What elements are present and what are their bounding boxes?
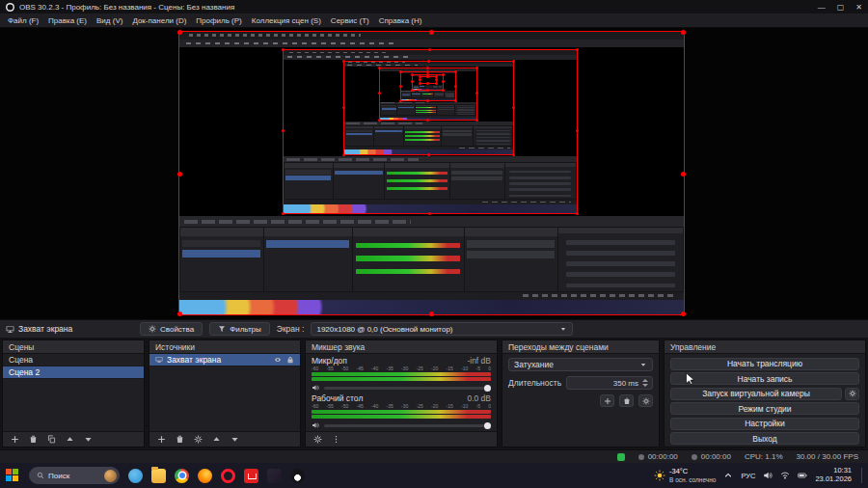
transition-select[interactable]: Затухание [508,358,653,371]
source-up-button[interactable] [211,434,222,445]
screen-capture-source[interactable] [178,31,686,315]
transition-properties-button[interactable] [638,394,653,407]
file-explorer-icon[interactable] [151,469,166,483]
visibility-eye-icon[interactable] [274,356,282,364]
shop-app-icon[interactable] [244,469,258,483]
chrome-icon[interactable] [175,469,189,483]
selection-handle[interactable] [399,85,402,88]
selection-handle[interactable] [399,99,402,102]
selection-handle[interactable] [419,78,421,81]
remove-source-button[interactable] [175,434,185,445]
screen-select-dropdown[interactable]: 1920x1080 @ 0,0 (Основной монитор) [311,322,573,336]
wifi-icon[interactable] [780,471,790,480]
language-indicator[interactable]: РУС [741,472,755,480]
exit-button[interactable]: Выход [670,432,859,445]
mixer-dock-header[interactable]: Микшер звука [306,340,497,354]
scene-down-button[interactable] [83,434,94,445]
scene-up-button[interactable] [65,434,75,445]
selection-handle[interactable] [512,106,515,109]
selection-handle[interactable] [177,172,182,176]
menu-view[interactable]: Вид (V) [92,15,127,26]
selection-handle[interactable] [426,75,429,78]
weather-widget[interactable]: -34°C В осн. солнечно [654,468,716,482]
selection-handle[interactable] [177,312,182,316]
duration-input[interactable]: 350 ms [566,376,653,390]
start-streaming-button[interactable]: Начать трансляцию [670,358,859,370]
tray-chevron-up-icon[interactable] [723,471,733,480]
spinner-arrows[interactable] [642,379,648,387]
volume-icon[interactable] [763,471,773,480]
selection-handle[interactable] [378,67,381,69]
selection-handle[interactable] [475,67,478,69]
close-button[interactable]: ✕ [855,3,862,12]
selection-handle[interactable] [426,67,429,69]
scenes-dock-header[interactable]: Сцены [3,340,144,354]
remove-scene-button[interactable] [28,434,39,445]
selection-handle[interactable] [681,30,686,35]
game-app-icon[interactable] [267,469,282,483]
volume-slider-knob[interactable] [484,422,491,429]
menu-profile[interactable]: Профиль (P) [191,15,246,26]
selection-handle[interactable] [429,312,434,316]
selection-handle[interactable] [442,80,445,83]
mixer-menu-button[interactable] [331,434,341,445]
scene-item-selected[interactable]: Сцена 2 [3,366,144,379]
virtual-camera-settings-button[interactable] [845,388,859,400]
maximize-button[interactable]: ▢ [837,3,845,12]
volume-slider[interactable] [324,387,491,390]
controls-dock-header[interactable]: Управление [665,340,865,354]
add-source-button[interactable] [156,434,167,445]
start-recording-button[interactable]: Начать запись [670,372,859,385]
selection-handle[interactable] [442,73,445,76]
selection-handle[interactable] [427,153,430,156]
selection-handle[interactable] [342,153,345,156]
source-down-button[interactable] [230,434,240,445]
firefox-icon[interactable] [198,469,212,483]
selection-handle[interactable] [428,212,431,215]
show-desktop-button[interactable] [861,468,862,483]
transitions-dock-header[interactable]: Переходы между сценами [502,340,659,354]
start-virtual-camera-button[interactable]: Запуск виртуальной камеры [670,388,842,400]
selection-handle[interactable] [177,30,182,35]
selection-handle[interactable] [681,312,686,316]
selection-handle[interactable] [282,212,285,215]
selection-handle[interactable] [282,48,285,51]
selection-handle[interactable] [576,48,579,51]
add-scene-button[interactable] [10,434,20,445]
selection-handle[interactable] [427,60,430,63]
battery-icon[interactable] [798,471,807,480]
scene-item[interactable]: Сцена [3,354,144,366]
menu-file[interactable]: Файл (F) [3,15,43,26]
menu-edit[interactable]: Правка (E) [43,15,92,26]
volume-slider[interactable] [324,424,491,427]
selection-handle[interactable] [428,48,431,51]
minimize-button[interactable]: — [818,3,826,12]
add-transition-button[interactable] [600,394,614,407]
messenger-app-icon[interactable] [128,469,143,483]
volume-slider-knob[interactable] [484,385,491,392]
selection-handle[interactable] [512,60,515,63]
start-button[interactable] [6,469,20,483]
selection-handle[interactable] [454,85,457,88]
menu-scene-collection[interactable]: Коллекция сцен (S) [247,15,326,26]
studio-mode-button[interactable]: Режим студии [670,402,859,415]
lock-icon[interactable] [286,356,294,364]
mixer-settings-button[interactable] [312,434,323,445]
selection-handle[interactable] [399,70,402,73]
selection-handle[interactable] [342,106,345,109]
selection-handle[interactable] [681,172,686,176]
taskbar-clock[interactable]: 10:31 23.01.2026 [815,467,852,483]
filters-button[interactable]: Фильтры [209,322,270,336]
preview-canvas[interactable] [0,28,868,319]
menu-tools[interactable]: Сервис (T) [326,15,374,26]
menu-help[interactable]: Справка (H) [374,15,427,26]
source-properties-button[interactable] [193,434,203,445]
taskbar-search[interactable]: Поиск [29,467,120,484]
menu-docks[interactable]: Док-панели (D) [127,15,191,26]
selection-handle[interactable] [411,73,414,76]
sources-dock-header[interactable]: Источники [149,340,300,354]
opera-icon[interactable] [221,469,235,483]
selection-handle[interactable] [426,89,429,92]
speaker-icon[interactable] [312,421,319,429]
selection-handle[interactable] [576,212,579,215]
